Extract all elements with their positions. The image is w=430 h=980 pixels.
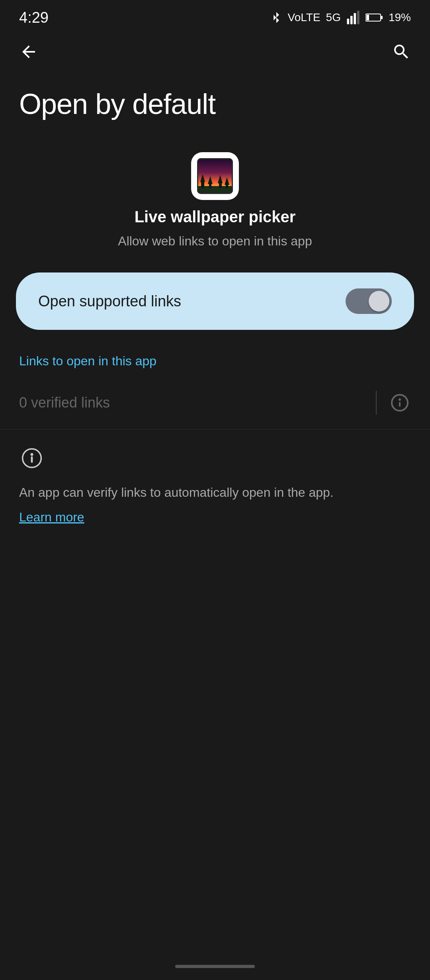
search-button[interactable] xyxy=(389,39,414,65)
svg-rect-1 xyxy=(350,16,353,24)
info-icon xyxy=(19,445,45,471)
verified-links-count: 0 verified links xyxy=(19,394,364,411)
status-time: 4:29 xyxy=(19,9,49,26)
page-title: Open by default xyxy=(0,72,430,144)
nav-bar xyxy=(0,32,430,72)
app-icon-svg xyxy=(197,158,233,194)
app-icon xyxy=(191,152,239,200)
svg-rect-6 xyxy=(366,15,369,20)
volte-icon: VoLTE xyxy=(288,11,321,24)
app-section: Live wallpaper picker Allow web links to… xyxy=(0,144,430,265)
svg-rect-3 xyxy=(357,11,360,24)
status-bar: 4:29 VoLTE 5G 19% xyxy=(0,0,430,32)
toggle-knob xyxy=(369,291,389,312)
back-button[interactable] xyxy=(16,39,41,65)
svg-rect-5 xyxy=(381,16,383,19)
divider xyxy=(376,391,377,415)
signal-icon xyxy=(346,11,360,24)
app-subtitle: Allow web links to open in this app xyxy=(118,234,312,249)
learn-more-link[interactable]: Learn more xyxy=(19,510,84,524)
home-indicator xyxy=(175,965,255,968)
battery-icon xyxy=(366,12,383,24)
bluetooth-icon xyxy=(270,10,282,25)
battery-percent: 19% xyxy=(389,11,411,24)
open-supported-links-toggle[interactable] xyxy=(346,288,392,314)
info-icon-row xyxy=(19,445,411,471)
app-icon-inner xyxy=(197,158,233,194)
verified-links-row: 0 verified links xyxy=(0,376,430,429)
info-section: An app can verify links to automatically… xyxy=(0,429,430,541)
info-description: An app can verify links to automatically… xyxy=(19,483,411,502)
5g-icon: 5G xyxy=(326,11,341,24)
svg-rect-2 xyxy=(354,13,356,24)
open-supported-links-toggle-card: Open supported links xyxy=(16,272,414,330)
app-name: Live wallpaper picker xyxy=(135,208,296,226)
links-section-header: Links to open in this app xyxy=(0,338,430,376)
svg-rect-0 xyxy=(347,19,349,24)
toggle-label: Open supported links xyxy=(38,293,181,310)
verified-links-info-button[interactable] xyxy=(389,392,411,414)
status-icons: VoLTE 5G 19% xyxy=(270,10,411,25)
